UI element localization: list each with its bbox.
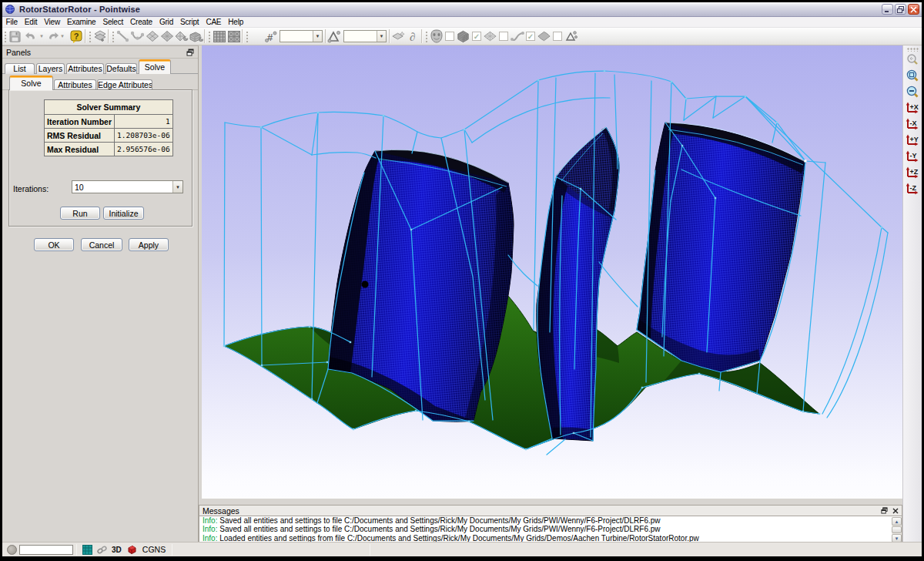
combo-arrow-icon[interactable]: ▼ bbox=[313, 31, 322, 42]
create-mesh-domain-button[interactable] bbox=[159, 29, 174, 44]
tab-attributes[interactable]: Attributes bbox=[66, 63, 104, 74]
dimension-combo[interactable]: ▼ bbox=[280, 30, 323, 42]
run-button[interactable]: Run bbox=[60, 207, 100, 220]
redo-dropdown[interactable]: ▾ bbox=[59, 29, 65, 44]
menu-create[interactable]: Create bbox=[127, 17, 156, 27]
tab-defaults[interactable]: Defaults bbox=[105, 63, 137, 74]
layer-grid-icon[interactable] bbox=[82, 545, 92, 555]
svg-text:?: ? bbox=[73, 31, 79, 40]
viewport-3d[interactable] bbox=[202, 45, 902, 499]
menu-select[interactable]: Select bbox=[99, 17, 127, 27]
menu-grid[interactable]: Grid bbox=[156, 17, 176, 27]
spacing-button[interactable] bbox=[327, 29, 342, 44]
panel-tabbar: List Layers Attributes Defaults Solve bbox=[2, 59, 198, 74]
status-indicator bbox=[7, 545, 17, 555]
menu-script[interactable]: Script bbox=[177, 17, 203, 27]
view-plus-z-button[interactable]: +Z bbox=[905, 166, 921, 181]
apply-button[interactable]: Apply bbox=[129, 238, 169, 251]
menu-examine[interactable]: Examine bbox=[63, 17, 99, 27]
scroll-up-icon[interactable]: ▲ bbox=[892, 517, 902, 526]
zoom-decrease-button[interactable] bbox=[905, 85, 921, 100]
connector-visibility-icon bbox=[510, 29, 524, 44]
close-panel-icon[interactable] bbox=[892, 508, 899, 514]
paste-stack-button[interactable] bbox=[92, 29, 107, 44]
spin-down-icon[interactable]: ▼ bbox=[172, 181, 182, 193]
app-icon bbox=[5, 5, 15, 14]
view-minus-z-button[interactable]: -Z bbox=[905, 182, 921, 197]
menu-view[interactable]: View bbox=[41, 17, 64, 27]
float-panel-icon[interactable] bbox=[881, 507, 888, 514]
spacing-combo[interactable]: ▼ bbox=[343, 30, 387, 42]
view-plus-x-button[interactable]: +X bbox=[905, 101, 921, 116]
zoom-button[interactable] bbox=[905, 52, 921, 68]
project-button[interactable] bbox=[391, 29, 406, 44]
structured-grid-button[interactable] bbox=[212, 29, 226, 44]
iterations-spinbox[interactable]: 10 ▼ bbox=[72, 180, 183, 193]
iterations-value[interactable]: 10 bbox=[72, 181, 172, 193]
tab-layers[interactable]: Layers bbox=[36, 63, 65, 74]
help-button[interactable]: ? bbox=[69, 29, 83, 44]
show-domain-checkbox[interactable]: ✓ bbox=[472, 32, 481, 41]
link-icon[interactable] bbox=[97, 546, 107, 554]
cancel-button[interactable]: Cancel bbox=[81, 238, 122, 251]
table-row: RMS Residual1.208703e-06 bbox=[45, 129, 173, 143]
toolbar-handle[interactable] bbox=[111, 30, 115, 42]
messages-header: Messages bbox=[199, 505, 902, 516]
subtab-attributes[interactable]: Attributes bbox=[54, 79, 96, 90]
redo-button[interactable] bbox=[45, 29, 59, 44]
tab-solve[interactable]: Solve bbox=[139, 59, 171, 74]
ok-button[interactable]: OK bbox=[34, 238, 74, 251]
table-row: Iteration Number1 bbox=[45, 115, 173, 129]
tab-list[interactable]: List bbox=[5, 63, 35, 74]
assemble-domain-button[interactable] bbox=[174, 29, 189, 44]
zoom-extents-button[interactable] bbox=[905, 69, 921, 84]
create-domain-button[interactable] bbox=[145, 29, 159, 44]
toolbar-handle[interactable] bbox=[907, 48, 919, 52]
view-plus-y-button[interactable]: +Y bbox=[905, 133, 921, 149]
turbine-mesh-scene bbox=[202, 45, 902, 499]
save-button[interactable] bbox=[8, 29, 22, 44]
menu-help[interactable]: Help bbox=[225, 17, 247, 27]
restore-button[interactable] bbox=[895, 4, 906, 15]
unstructured-grid-button[interactable] bbox=[226, 29, 241, 44]
create-curve-button[interactable] bbox=[130, 29, 145, 44]
menu-file[interactable]: File bbox=[2, 17, 21, 27]
create-connector-button[interactable] bbox=[116, 29, 130, 44]
float-panel-icon[interactable] bbox=[186, 49, 194, 56]
subtab-edge-attributes[interactable]: Edge Attributes bbox=[97, 79, 152, 90]
show-database-checkbox[interactable]: ✓ bbox=[526, 32, 535, 41]
view-minus-x-button[interactable]: -X bbox=[905, 117, 921, 133]
toolbar-separator bbox=[108, 29, 109, 43]
partial-derivative-button[interactable]: ∂ bbox=[406, 29, 420, 44]
combo-arrow-icon[interactable]: ▼ bbox=[377, 31, 386, 42]
toolbar-handle[interactable] bbox=[3, 30, 7, 42]
menu-edit[interactable]: Edit bbox=[21, 17, 40, 27]
solver-summary-table: Solver Summary Iteration Number1 RMS Res… bbox=[44, 99, 173, 156]
view-minus-y-button[interactable]: -Y bbox=[905, 149, 921, 165]
undo-dropdown[interactable]: ▾ bbox=[38, 29, 45, 44]
initialize-button[interactable]: Initialize bbox=[103, 207, 144, 220]
toolbar-handle[interactable] bbox=[424, 30, 428, 42]
messages-title: Messages bbox=[203, 506, 239, 516]
show-connector-checkbox[interactable] bbox=[499, 32, 508, 41]
mask-button[interactable] bbox=[429, 29, 444, 44]
show-block-checkbox[interactable] bbox=[445, 32, 454, 41]
close-button[interactable] bbox=[908, 4, 919, 15]
assemble-block-button[interactable] bbox=[189, 29, 203, 44]
messages-scrollbar[interactable]: ▲ ▼ bbox=[892, 517, 902, 543]
block-visibility-icon bbox=[456, 29, 470, 44]
toolbar-handle[interactable] bbox=[88, 30, 92, 42]
iterations-label: Iterations: bbox=[13, 184, 49, 193]
subtab-solve[interactable]: Solve bbox=[9, 76, 53, 90]
scrollbar-thumb[interactable] bbox=[892, 526, 902, 533]
messages-log[interactable]: Info: Saved all entities and settings to… bbox=[199, 516, 902, 543]
toolbar-handle[interactable] bbox=[207, 30, 211, 42]
svg-text:+Y: +Y bbox=[910, 135, 919, 143]
undo-button[interactable] bbox=[24, 29, 38, 44]
show-spacing-checkbox[interactable] bbox=[553, 32, 562, 41]
toolbar-handle[interactable] bbox=[245, 30, 249, 42]
status-input[interactable] bbox=[19, 545, 73, 555]
dimension-button[interactable]: # bbox=[263, 29, 278, 44]
menu-cae[interactable]: CAE bbox=[203, 17, 225, 27]
minimize-button[interactable] bbox=[882, 4, 893, 15]
